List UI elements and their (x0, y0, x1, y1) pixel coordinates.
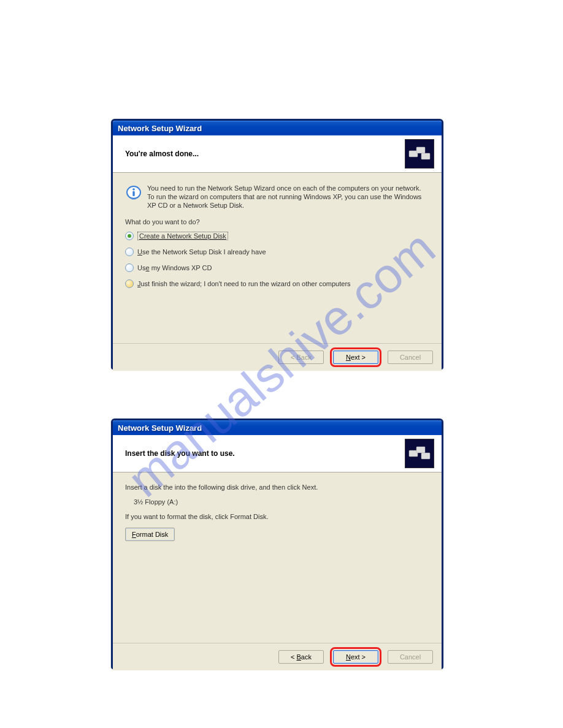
option-use-xp-cd[interactable]: Use my Windows XP CD (125, 264, 429, 272)
title-text: Network Setup Wizard (118, 124, 202, 133)
option-label: Use my Windows XP CD (137, 264, 212, 271)
svg-rect-5 (132, 191, 134, 196)
radio-icon[interactable] (125, 248, 134, 256)
svg-rect-1 (416, 147, 425, 153)
prompt: What do you want to do? (125, 218, 429, 226)
body: You need to run the Network Setup Wizard… (113, 173, 442, 343)
header-pane: You're almost done... (113, 135, 442, 173)
network-computers-icon (405, 439, 434, 468)
cancel-button: Cancel (388, 351, 433, 364)
titlebar[interactable]: Network Setup Wizard (113, 420, 442, 435)
svg-point-4 (132, 188, 135, 191)
svg-rect-8 (421, 453, 430, 459)
instruction-line-1: Insert a disk the into the following dis… (125, 483, 429, 491)
next-button[interactable]: Next > (333, 351, 378, 364)
wizard-dialog-2: Network Setup Wizard Insert the disk you… (111, 419, 443, 669)
heading: You're almost done... (125, 150, 199, 158)
option-use-existing-disk[interactable]: Use the Network Setup Disk I already hav… (125, 248, 429, 256)
option-label: Create a Network Setup Disk (137, 232, 228, 240)
header-pane: Insert the disk you want to use. (113, 435, 442, 472)
radio-icon[interactable] (125, 279, 134, 288)
heading: Insert the disk you want to use. (125, 449, 235, 458)
footer: < Back Next > Cancel (113, 343, 442, 371)
format-disk-button[interactable]: Format Disk (125, 528, 175, 541)
footer: < Back Next > Cancel (113, 643, 442, 670)
body: Insert a disk the into the following dis… (113, 472, 442, 643)
instruction-line-2: If you want to format the disk, click Fo… (125, 513, 429, 520)
cancel-button: Cancel (388, 650, 433, 664)
info-icon (125, 184, 142, 201)
back-button[interactable]: < Back (278, 650, 324, 664)
next-highlight: Next > (330, 347, 381, 367)
option-just-finish[interactable]: Just finish the wizard; I don't need to … (125, 279, 429, 288)
option-label: Use the Network Setup Disk I already hav… (137, 248, 266, 256)
drive-label: 3½ Floppy (A:) (134, 498, 429, 506)
info-text: You need to run the Network Setup Wizard… (147, 184, 429, 210)
radio-icon[interactable] (125, 232, 134, 240)
option-create-disk[interactable]: Create a Network Setup Disk (125, 232, 429, 240)
svg-rect-2 (421, 153, 430, 159)
title-text: Network Setup Wizard (118, 423, 202, 433)
radio-icon[interactable] (125, 264, 134, 272)
titlebar[interactable]: Network Setup Wizard (113, 121, 442, 135)
next-highlight: Next > (330, 647, 381, 667)
next-button[interactable]: Next > (333, 650, 378, 664)
option-label: Just finish the wizard; I don't need to … (137, 280, 351, 287)
wizard-dialog-1: Network Setup Wizard You're almost done.… (111, 119, 443, 370)
svg-rect-7 (416, 447, 425, 453)
network-computers-icon (405, 139, 434, 169)
back-button: < Back (278, 351, 324, 364)
